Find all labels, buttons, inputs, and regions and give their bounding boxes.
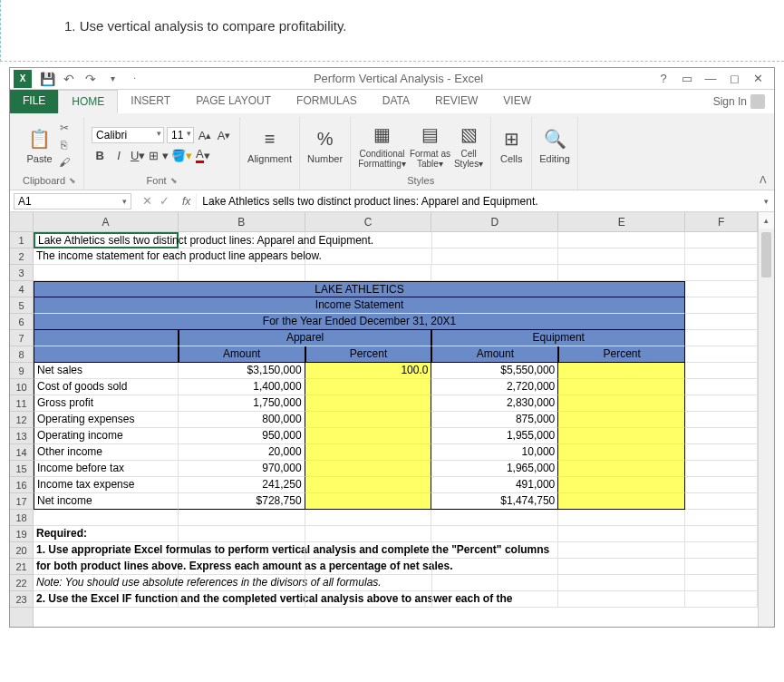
cell[interactable] <box>558 444 685 461</box>
decrease-font-icon[interactable]: A▾ <box>216 126 232 144</box>
enter-formula-icon[interactable]: ✓ <box>160 194 169 208</box>
cell[interactable] <box>431 265 558 281</box>
cell[interactable] <box>558 412 685 428</box>
cell[interactable]: Percent <box>305 346 432 363</box>
cells-button[interactable]: ⊞Cells <box>498 126 524 164</box>
cell[interactable] <box>305 510 432 526</box>
cell[interactable] <box>305 379 432 395</box>
title-cell[interactable]: LAKE ATHLETICS <box>34 281 685 297</box>
row-header-9[interactable]: 9 <box>10 363 33 379</box>
cell[interactable]: Operating expenses <box>34 412 179 428</box>
cell[interactable] <box>685 477 758 493</box>
cell[interactable] <box>432 542 559 559</box>
cell[interactable] <box>685 510 758 526</box>
cell[interactable] <box>685 297 758 314</box>
cell[interactable] <box>305 493 432 510</box>
cell[interactable] <box>558 379 685 395</box>
close-icon[interactable]: ✕ <box>747 70 769 88</box>
cell[interactable] <box>685 493 758 510</box>
cell[interactable]: 491,000 <box>431 477 558 493</box>
cell[interactable]: 2,720,000 <box>431 379 558 395</box>
cell[interactable]: Cost of goods sold <box>34 379 179 395</box>
cell[interactable] <box>34 510 179 526</box>
help-icon[interactable]: ? <box>653 70 674 88</box>
tab-pagelayout[interactable]: PAGE LAYOUT <box>183 90 284 113</box>
cell[interactable] <box>558 493 685 510</box>
bold-button[interactable]: B <box>92 146 108 164</box>
fx-icon[interactable]: fx <box>177 195 196 208</box>
tab-formulas[interactable]: FORMULAS <box>284 90 370 113</box>
cell[interactable] <box>305 542 432 559</box>
cell[interactable] <box>179 559 305 575</box>
cell[interactable] <box>558 559 685 575</box>
cell[interactable] <box>305 444 432 461</box>
cell[interactable]: 800,000 <box>179 412 305 428</box>
expand-formula-bar-icon[interactable]: ▾ <box>759 197 774 206</box>
formula-bar[interactable]: Lake Athletics sells two distinct produc… <box>196 193 759 209</box>
cell[interactable]: Required: <box>34 526 179 542</box>
ribbon-display-icon[interactable]: ▭ <box>676 70 698 88</box>
cell[interactable] <box>685 461 758 477</box>
tab-home[interactable]: HOME <box>58 90 118 113</box>
tab-data[interactable]: DATA <box>370 90 422 113</box>
cell[interactable] <box>305 428 432 444</box>
cell[interactable]: Income before tax <box>34 461 179 477</box>
italic-button[interactable]: I <box>111 146 127 164</box>
cell[interactable] <box>179 526 305 542</box>
conditional-formatting-button[interactable]: ▦ConditionalFormatting▾ <box>358 122 406 169</box>
fill-color-button[interactable]: 🪣▾ <box>171 146 192 164</box>
cell[interactable]: $1,474,750 <box>431 493 558 510</box>
cell[interactable] <box>305 575 432 591</box>
cell[interactable] <box>305 559 432 575</box>
cell[interactable] <box>558 395 685 412</box>
cell[interactable]: 241,250 <box>179 477 305 493</box>
cell[interactable]: 2,830,000 <box>431 395 558 412</box>
paste-button[interactable]: 📋Paste <box>26 126 52 164</box>
row-header-11[interactable]: 11 <box>10 395 33 412</box>
cell[interactable]: Net income <box>34 493 179 510</box>
cell[interactable] <box>685 346 758 363</box>
cell[interactable] <box>685 265 758 281</box>
cell[interactable] <box>179 591 305 608</box>
row-header-22[interactable]: 22 <box>10 575 33 591</box>
format-painter-icon[interactable]: 🖌 <box>56 155 73 170</box>
cell[interactable] <box>558 575 685 591</box>
row-header-7[interactable]: 7 <box>10 330 33 346</box>
col-header-D[interactable]: D <box>431 212 558 231</box>
row-header-12[interactable]: 12 <box>10 412 33 428</box>
tab-insert[interactable]: INSERT <box>118 90 183 113</box>
cell[interactable]: Operating income <box>34 428 179 444</box>
underline-button[interactable]: U ▾ <box>130 146 146 164</box>
cell[interactable] <box>305 591 432 608</box>
editing-button[interactable]: 🔍Editing <box>539 126 570 164</box>
cell[interactable] <box>305 461 432 477</box>
row-header-2[interactable]: 2 <box>10 248 33 265</box>
cell[interactable] <box>558 477 685 493</box>
row-header-18[interactable]: 18 <box>10 510 33 526</box>
cell-grid[interactable]: Lake Athletics sells two distinct produc… <box>34 232 758 608</box>
row-header-4[interactable]: 4 <box>10 281 33 297</box>
cell[interactable] <box>432 591 559 608</box>
cell[interactable]: 20,000 <box>179 444 305 461</box>
cell[interactable]: $5,550,000 <box>431 363 558 379</box>
cell[interactable]: Percent <box>558 346 685 363</box>
cell[interactable] <box>558 591 685 608</box>
col-header-B[interactable]: B <box>179 212 305 231</box>
row-header-14[interactable]: 14 <box>10 444 33 461</box>
cut-icon[interactable]: ✂ <box>56 121 73 135</box>
cell[interactable] <box>305 395 432 412</box>
cell[interactable]: 1,400,000 <box>179 379 305 395</box>
row-header-6[interactable]: 6 <box>10 314 33 330</box>
row-header-20[interactable]: 20 <box>10 542 33 559</box>
cell[interactable] <box>432 248 559 265</box>
cell[interactable] <box>34 265 179 281</box>
tab-review[interactable]: REVIEW <box>422 90 490 113</box>
cell[interactable]: 970,000 <box>179 461 305 477</box>
apparel-header[interactable]: Apparel <box>179 330 432 346</box>
col-header-A[interactable]: A <box>34 212 179 231</box>
cancel-formula-icon[interactable]: ✕ <box>142 194 152 208</box>
cell[interactable] <box>685 232 758 248</box>
cell[interactable]: Other income <box>34 444 179 461</box>
cell[interactable] <box>179 542 305 559</box>
vertical-scrollbar[interactable]: ▴ <box>758 212 774 627</box>
